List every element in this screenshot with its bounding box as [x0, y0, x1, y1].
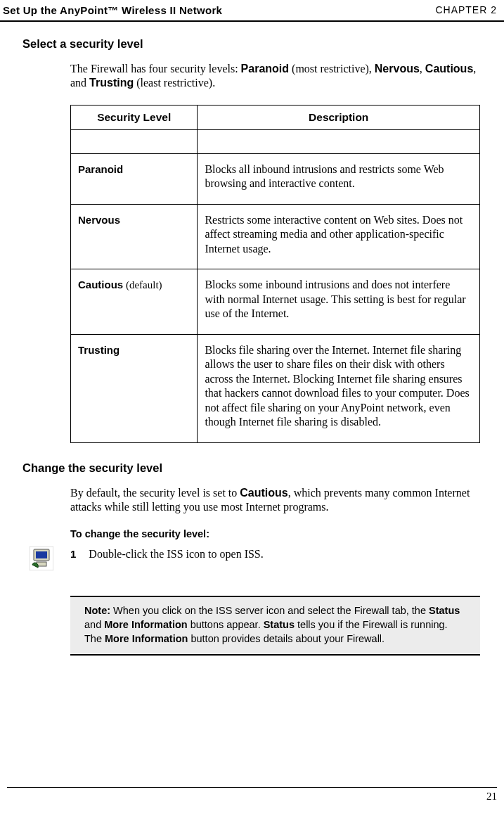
- level-cell: Cautious (default): [71, 269, 198, 334]
- table-separator: [71, 129, 480, 153]
- table-row: Cautious (default) Blocks some inbound i…: [71, 269, 480, 334]
- desc-cell: Blocks file sharing over the Internet. I…: [198, 334, 480, 442]
- table-header-level: Security Level: [71, 105, 198, 129]
- intro-paragraph: The Firewall has four security levels: P…: [70, 62, 480, 91]
- change-subheading: To change the security level:: [70, 528, 480, 539]
- page-content: Select a security level The Firewall has…: [0, 22, 504, 656]
- svg-rect-2: [36, 551, 47, 558]
- running-header: Set Up the AnyPoint™ Wireless II Network…: [0, 0, 504, 22]
- section-heading-change: Change the security level: [22, 461, 480, 475]
- page-footer: 21: [7, 787, 497, 803]
- header-title: Set Up the AnyPoint™ Wireless II Network: [3, 4, 222, 16]
- table-row: Nervous Restricts some interactive conte…: [71, 204, 480, 269]
- level-cell: Trusting: [71, 334, 198, 442]
- security-level-table: Security Level Description Paranoid Bloc…: [70, 105, 480, 443]
- table-header-row: Security Level Description: [71, 105, 480, 129]
- level-cell: Nervous: [71, 204, 198, 269]
- table-row: Trusting Blocks file sharing over the In…: [71, 334, 480, 442]
- step-number: 1: [70, 548, 76, 560]
- desc-cell: Blocks some inbound intrusions and does …: [198, 269, 480, 334]
- desc-cell: Blocks all inbound intrusions and restri…: [198, 153, 480, 204]
- table-row: Paranoid Blocks all inbound intrusions a…: [71, 153, 480, 204]
- note-label: Note:: [84, 605, 113, 616]
- step-text: Double-click the ISS icon to open ISS.: [89, 548, 263, 561]
- change-intro: By default, the security level is set to…: [70, 486, 480, 515]
- level-cell: Paranoid: [71, 153, 198, 204]
- note-box: Note: When you click on the ISS server i…: [70, 596, 480, 656]
- desc-cell: Restricts some interactive content on We…: [198, 204, 480, 269]
- iss-computer-icon: [30, 547, 53, 570]
- page-number: 21: [486, 791, 497, 802]
- section-heading-select: Select a security level: [22, 37, 480, 51]
- chapter-label: CHAPTER 2: [435, 4, 497, 15]
- step-row: 1 Double-click the ISS icon to open ISS.: [30, 548, 480, 570]
- table-header-desc: Description: [198, 105, 480, 129]
